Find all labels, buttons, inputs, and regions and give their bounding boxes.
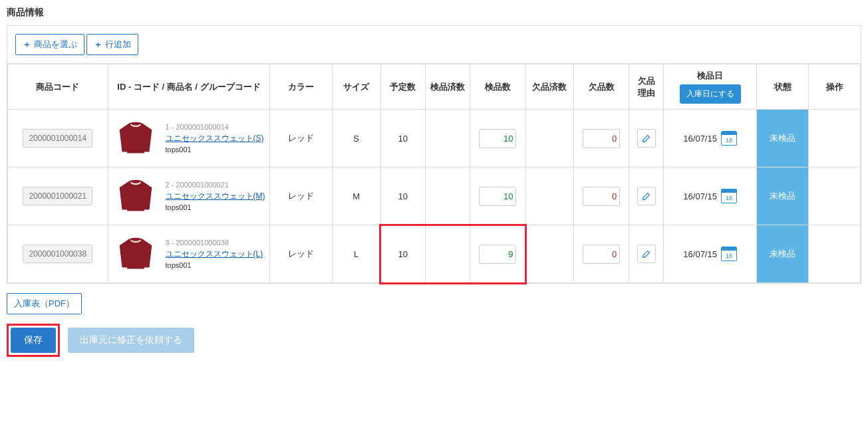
product-name-link[interactable]: ユニセックススウェット(S)	[166, 134, 264, 143]
planned-cell: 10	[380, 167, 425, 225]
product-group-code: tops001	[166, 144, 264, 156]
col-color: カラー	[270, 64, 332, 110]
col-shortage-qty: 欠品数	[574, 64, 629, 110]
col-shortage-done: 欠品済数	[525, 64, 574, 110]
inspect-qty-input[interactable]	[479, 129, 516, 148]
col-inspected-done: 検品済数	[426, 64, 470, 110]
shortage-reason-button[interactable]	[637, 129, 656, 148]
shortage-reason-button[interactable]	[637, 187, 656, 205]
product-name-link[interactable]: ユニセックススウェット(L)	[166, 249, 263, 259]
pdf-button[interactable]: 入庫表（PDF）	[7, 293, 82, 314]
inspected-done-cell	[426, 167, 470, 225]
section-title: 商品情報	[7, 7, 861, 19]
inspect-date-text: 16/07/15	[683, 191, 717, 201]
product-code-badge: 2000001000014	[23, 129, 92, 148]
product-image	[112, 173, 159, 219]
table-row: 20000010000383 - 2000001000038ユニセックススウェッ…	[8, 225, 861, 283]
inspect-date-text: 16/07/15	[683, 249, 717, 259]
col-name: ID - コード / 商品名 / グループコード	[108, 64, 270, 110]
request-correction-button[interactable]: 出庫元に修正を依頼する	[68, 328, 194, 353]
product-code-badge: 2000001000038	[23, 245, 92, 263]
product-id-line: 2 - 2000001000021	[166, 179, 265, 191]
shortage-done-cell	[525, 110, 574, 167]
color-cell: レッド	[270, 110, 332, 167]
col-inspect-date: 検品日 入庫日にする	[664, 64, 757, 110]
col-reason: 欠品理由	[629, 64, 664, 110]
shortage-reason-button[interactable]	[637, 245, 656, 263]
inspect-qty-input[interactable]	[479, 245, 516, 264]
select-product-button[interactable]: ＋ 商品を選ぶ	[15, 34, 84, 55]
col-inspect-qty: 検品数	[470, 64, 525, 110]
col-state: 状態	[757, 64, 809, 110]
planned-cell: 10	[380, 225, 425, 283]
shortage-done-cell	[525, 225, 574, 283]
color-cell: レッド	[270, 225, 332, 283]
state-cell: 未検品	[757, 225, 809, 283]
planned-cell: 10	[380, 110, 425, 167]
operation-cell	[809, 225, 861, 283]
product-image	[112, 115, 159, 161]
shortage-qty-input[interactable]	[583, 129, 620, 148]
edit-icon	[642, 134, 651, 143]
sweater-icon	[114, 120, 157, 156]
operation-cell	[809, 110, 861, 167]
product-id-line: 3 - 2000001000038	[166, 237, 263, 249]
product-group-code: tops001	[166, 202, 265, 213]
inspect-qty-input[interactable]	[479, 187, 516, 206]
edit-icon	[642, 191, 651, 201]
sweater-icon	[114, 178, 157, 214]
product-group-code: tops001	[166, 260, 263, 271]
operation-cell	[809, 167, 861, 225]
state-cell: 未検品	[757, 167, 809, 225]
shortage-qty-input[interactable]	[583, 187, 620, 206]
calendar-icon[interactable]: 18	[721, 131, 737, 146]
col-planned: 予定数	[380, 64, 425, 110]
shortage-done-cell	[525, 167, 574, 225]
table-row: 20000010000212 - 2000001000021ユニセックススウェッ…	[8, 167, 861, 225]
size-cell: M	[332, 167, 380, 225]
product-code-badge: 2000001000021	[23, 187, 92, 205]
col-code: 商品コード	[8, 64, 108, 110]
plus-icon: ＋	[94, 39, 102, 51]
size-cell: S	[332, 110, 380, 167]
table-row: 20000010000141 - 2000001000014ユニセックススウェッ…	[8, 110, 861, 167]
inspected-done-cell	[426, 110, 470, 167]
col-inspect-date-label: 検品日	[697, 70, 723, 80]
inspect-date-text: 16/07/15	[683, 134, 717, 144]
product-table: 商品コード ID - コード / 商品名 / グループコード カラー サイズ 予…	[7, 64, 861, 283]
add-row-label: 行追加	[105, 39, 131, 51]
shortage-qty-input[interactable]	[583, 245, 620, 264]
plus-icon: ＋	[23, 39, 31, 51]
save-highlight-frame: 保存	[7, 324, 60, 357]
product-id-line: 1 - 2000001000014	[166, 122, 264, 133]
color-cell: レッド	[270, 167, 332, 225]
calendar-icon[interactable]: 18	[721, 247, 737, 261]
product-table-wrap: ＋ 商品を選ぶ ＋ 行追加 商品コード ID - コード / 商品名 / グルー…	[7, 25, 861, 284]
state-cell: 未検品	[757, 110, 809, 167]
product-image	[112, 231, 159, 277]
add-row-button[interactable]: ＋ 行追加	[86, 34, 138, 55]
col-operation: 操作	[809, 64, 861, 110]
edit-icon	[642, 249, 651, 259]
product-name-link[interactable]: ユニセックススウェット(M)	[166, 191, 265, 201]
table-header-row: 商品コード ID - コード / 商品名 / グループコード カラー サイズ 予…	[8, 64, 861, 110]
set-arrival-date-button[interactable]: 入庫日にする	[680, 84, 741, 104]
sweater-icon	[114, 236, 157, 272]
save-button[interactable]: 保存	[11, 328, 56, 353]
col-size: サイズ	[332, 64, 380, 110]
calendar-icon[interactable]: 18	[721, 189, 737, 203]
select-product-label: 商品を選ぶ	[34, 39, 77, 51]
inspected-done-cell	[426, 225, 470, 283]
size-cell: L	[332, 225, 380, 283]
